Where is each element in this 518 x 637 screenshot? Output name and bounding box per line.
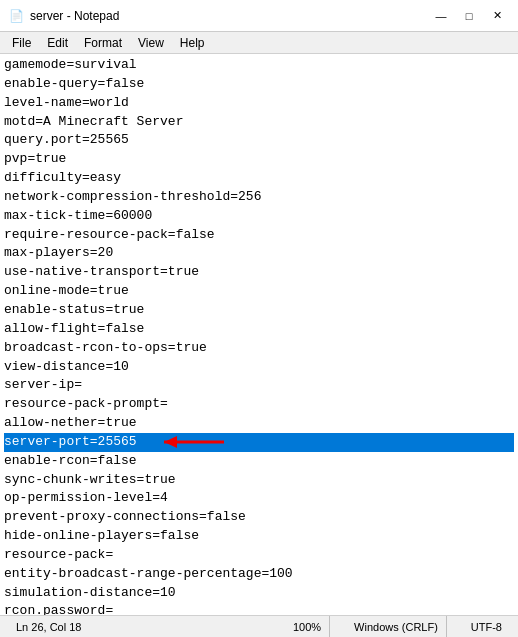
- svg-marker-1: [164, 436, 177, 448]
- text-line: use-native-transport=true: [4, 263, 514, 282]
- status-zoom: 100%: [285, 616, 330, 637]
- menu-view[interactable]: View: [130, 32, 172, 53]
- text-line: network-compression-threshold=256: [4, 188, 514, 207]
- text-line: allow-flight=false: [4, 320, 514, 339]
- menu-format[interactable]: Format: [76, 32, 130, 53]
- status-encoding: UTF-8: [463, 616, 510, 637]
- text-line: broadcast-rcon-to-ops=true: [4, 339, 514, 358]
- status-line-col: Ln 26, Col 18: [8, 621, 89, 633]
- text-line: sync-chunk-writes=true: [4, 471, 514, 490]
- text-line: rcon.password=: [4, 602, 514, 615]
- text-line: enable-query=false: [4, 75, 514, 94]
- maximize-button[interactable]: □: [456, 5, 482, 27]
- text-line: enable-rcon=false: [4, 452, 514, 471]
- app-icon: 📄: [8, 8, 24, 24]
- text-line: enable-status=true: [4, 301, 514, 320]
- text-line: resource-pack-prompt=: [4, 395, 514, 414]
- status-line-ending: Windows (CRLF): [346, 616, 447, 637]
- red-arrow-annotation: [159, 431, 229, 453]
- text-line: gamemode=survival: [4, 56, 514, 75]
- title-bar: 📄 server - Notepad — □ ✕: [0, 0, 518, 32]
- text-line: motd=A Minecraft Server: [4, 113, 514, 132]
- text-line: resource-pack=: [4, 546, 514, 565]
- menu-bar: File Edit Format View Help: [0, 32, 518, 54]
- highlighted-line-container: server-port=25565: [4, 433, 514, 452]
- window-title: server - Notepad: [30, 9, 119, 23]
- text-line: simulation-distance=10: [4, 584, 514, 603]
- text-line: pvp=true: [4, 150, 514, 169]
- menu-help[interactable]: Help: [172, 32, 213, 53]
- menu-edit[interactable]: Edit: [39, 32, 76, 53]
- close-button[interactable]: ✕: [484, 5, 510, 27]
- editor-content[interactable]: gamemode=survivalenable-query=falselevel…: [0, 54, 518, 615]
- minimize-button[interactable]: —: [428, 5, 454, 27]
- editor-container: gamemode=survivalenable-query=falselevel…: [0, 54, 518, 615]
- text-line: server-ip=: [4, 376, 514, 395]
- text-line: require-resource-pack=false: [4, 226, 514, 245]
- status-bar: Ln 26, Col 18 100% Windows (CRLF) UTF-8: [0, 615, 518, 637]
- text-line: op-permission-level=4: [4, 489, 514, 508]
- text-line: online-mode=true: [4, 282, 514, 301]
- menu-file[interactable]: File: [4, 32, 39, 53]
- text-line: prevent-proxy-connections=false: [4, 508, 514, 527]
- text-line: max-players=20: [4, 244, 514, 263]
- text-line: view-distance=10: [4, 358, 514, 377]
- highlighted-line-text: server-port=25565: [4, 433, 514, 452]
- text-line: entity-broadcast-range-percentage=100: [4, 565, 514, 584]
- text-line: allow-nether=true: [4, 414, 514, 433]
- text-line: query.port=25565: [4, 131, 514, 150]
- text-line: difficulty=easy: [4, 169, 514, 188]
- text-line: hide-online-players=false: [4, 527, 514, 546]
- text-line: server-port=25565: [4, 433, 514, 452]
- text-line: max-tick-time=60000: [4, 207, 514, 226]
- text-line: level-name=world: [4, 94, 514, 113]
